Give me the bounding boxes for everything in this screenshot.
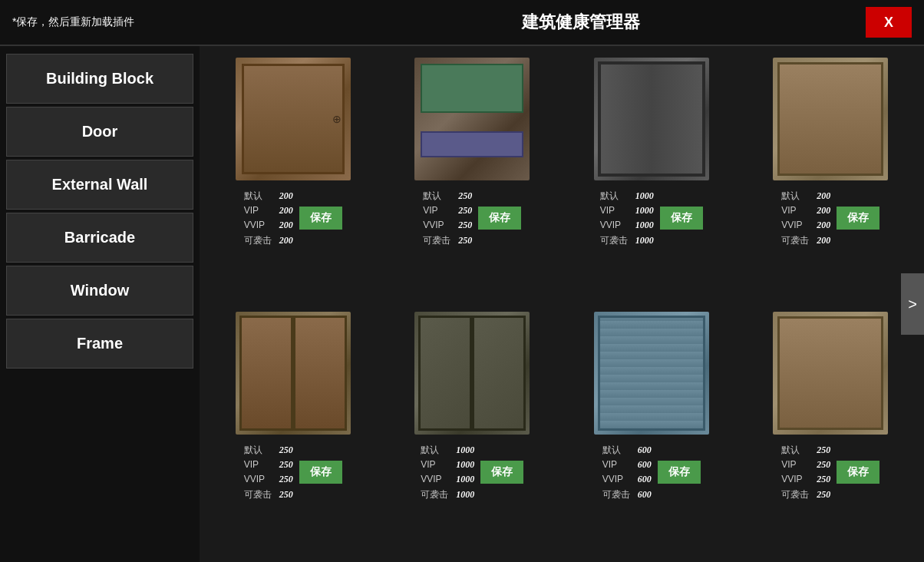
vvip-label-item6: VVIP bbox=[421, 472, 448, 487]
item-image-container-item1 bbox=[232, 54, 355, 184]
stats-table-item1: 默认 VIP VVIP 可袭击 200 200 200 200 bbox=[244, 189, 293, 248]
item-image-item4 bbox=[773, 58, 888, 180]
stats-with-btn-item6: 默认 VIP VVIP 可袭击 1000 1000 1000 1000 保存 bbox=[387, 443, 559, 502]
save-button-item7[interactable]: 保存 bbox=[658, 461, 701, 484]
default-val-item1: 200 bbox=[279, 189, 293, 203]
item-image-container-item5 bbox=[232, 308, 355, 438]
vvip-val-item3: 1000 bbox=[635, 218, 654, 233]
stats-table-item4: 默认 VIP VVIP 可袭击 200 200 200 200 bbox=[781, 189, 830, 248]
default-label-item2: 默认 bbox=[423, 189, 450, 203]
vip-label-item3: VIP bbox=[600, 203, 628, 218]
vvip-label-item3: VVIP bbox=[600, 218, 628, 233]
save-button-item8[interactable]: 保存 bbox=[837, 461, 879, 484]
default-val-item2: 250 bbox=[458, 189, 472, 203]
attack-label-item1: 可袭击 bbox=[244, 233, 272, 248]
item-image-item2 bbox=[414, 58, 530, 180]
item-image-container-item4 bbox=[769, 54, 892, 184]
next-page-button[interactable]: > bbox=[901, 273, 924, 335]
default-label-item7: 默认 bbox=[602, 443, 630, 458]
attack-label-item7: 可袭击 bbox=[602, 488, 630, 502]
attack-label-item6: 可袭击 bbox=[421, 488, 448, 502]
default-val-item6: 1000 bbox=[456, 443, 474, 458]
vvip-label-item1: VVIP bbox=[244, 218, 272, 233]
default-label-item6: 默认 bbox=[421, 443, 448, 458]
vip-label-item8: VIP bbox=[781, 458, 809, 472]
stats-with-btn-item7: 默认 VIP VVIP 可袭击 600 600 600 600 保存 bbox=[566, 443, 738, 502]
sidebar-item-window[interactable]: Window bbox=[6, 266, 193, 316]
stats-with-btn-item1: 默认 VIP VVIP 可袭击 200 200 200 200 保存 bbox=[207, 189, 379, 248]
vip-val-item7: 600 bbox=[638, 458, 652, 472]
stats-with-btn-item4: 默认 VIP VVIP 可袭击 200 200 200 200 保存 bbox=[745, 189, 917, 248]
vvip-val-item8: 250 bbox=[817, 472, 830, 487]
sidebar-item-external-wall[interactable]: External Wall bbox=[6, 160, 193, 210]
vip-label-item6: VIP bbox=[421, 458, 448, 472]
item-card-item2: 默认 VIP VVIP 可袭击 250 250 250 250 保存 bbox=[387, 54, 559, 300]
attack-label-item5: 可袭击 bbox=[244, 488, 272, 502]
vip-val-item3: 1000 bbox=[635, 203, 654, 218]
item-card-item8: 默认 VIP VVIP 可袭击 250 250 250 250 保存 bbox=[745, 308, 917, 554]
attack-val-item3: 1000 bbox=[635, 233, 654, 248]
default-val-item3: 1000 bbox=[635, 189, 654, 203]
vip-val-item5: 250 bbox=[279, 458, 293, 472]
vip-val-item1: 200 bbox=[279, 203, 293, 218]
default-label-item8: 默认 bbox=[781, 443, 809, 458]
stats-with-btn-item8: 默认 VIP VVIP 可袭击 250 250 250 250 保存 bbox=[745, 443, 917, 502]
item-image-item5 bbox=[236, 312, 351, 435]
stats-table-item2: 默认 VIP VVIP 可袭击 250 250 250 250 bbox=[423, 189, 472, 248]
save-button-item5[interactable]: 保存 bbox=[299, 461, 342, 484]
stats-with-btn-item5: 默认 VIP VVIP 可袭击 250 250 250 250 保存 bbox=[207, 443, 379, 502]
attack-val-item6: 1000 bbox=[456, 488, 474, 502]
save-button-item2[interactable]: 保存 bbox=[478, 207, 521, 230]
stats-values-item4: 200 200 200 200 bbox=[817, 189, 830, 248]
item-image-container-item8 bbox=[769, 308, 892, 438]
save-button-item1[interactable]: 保存 bbox=[299, 207, 342, 230]
title-bar: *保存，然后重新加载插件 建筑健康管理器 X bbox=[0, 0, 924, 46]
vvip-val-item5: 250 bbox=[279, 472, 293, 487]
item-image-item6 bbox=[414, 312, 530, 435]
vip-label-item7: VIP bbox=[602, 458, 630, 472]
vvip-label-item8: VVIP bbox=[781, 472, 809, 487]
attack-label-item2: 可袭击 bbox=[423, 233, 450, 248]
save-button-item3[interactable]: 保存 bbox=[660, 207, 703, 230]
item-image-item1 bbox=[236, 58, 351, 180]
stats-table-item8: 默认 VIP VVIP 可袭击 250 250 250 250 bbox=[781, 443, 830, 502]
vip-val-item8: 250 bbox=[817, 458, 830, 472]
sidebar-item-frame[interactable]: Frame bbox=[6, 319, 193, 369]
stats-values-item8: 250 250 250 250 bbox=[817, 443, 830, 502]
attack-val-item2: 250 bbox=[458, 233, 472, 248]
default-label-item4: 默认 bbox=[781, 189, 809, 203]
vvip-label-item4: VVIP bbox=[781, 218, 809, 233]
attack-val-item7: 600 bbox=[638, 488, 652, 502]
sidebar: Building Block Door External Wall Barric… bbox=[0, 46, 200, 562]
default-label-item1: 默认 bbox=[244, 189, 272, 203]
stats-values-item5: 250 250 250 250 bbox=[279, 443, 293, 502]
vvip-val-item1: 200 bbox=[279, 218, 293, 233]
default-val-item8: 250 bbox=[817, 443, 830, 458]
stats-table-item7: 默认 VIP VVIP 可袭击 600 600 600 600 bbox=[602, 443, 652, 502]
item-image-item8 bbox=[773, 312, 888, 435]
close-button[interactable]: X bbox=[866, 7, 912, 38]
stats-labels-item6: 默认 VIP VVIP 可袭击 bbox=[421, 443, 448, 502]
attack-val-item1: 200 bbox=[279, 233, 293, 248]
main-content: Building Block Door External Wall Barric… bbox=[0, 46, 924, 562]
save-button-item4[interactable]: 保存 bbox=[837, 207, 879, 230]
attack-label-item8: 可袭击 bbox=[781, 488, 809, 502]
save-button-item6[interactable]: 保存 bbox=[480, 461, 523, 484]
vip-label-item1: VIP bbox=[244, 203, 272, 218]
default-val-item4: 200 bbox=[817, 189, 830, 203]
stats-values-item2: 250 250 250 250 bbox=[458, 189, 472, 248]
app-window: *保存，然后重新加载插件 建筑健康管理器 X Building Block Do… bbox=[0, 0, 924, 562]
sidebar-item-barricade[interactable]: Barricade bbox=[6, 213, 193, 263]
default-label-item3: 默认 bbox=[600, 189, 628, 203]
item-image-container-item7 bbox=[590, 308, 713, 438]
sidebar-item-door[interactable]: Door bbox=[6, 107, 193, 157]
vvip-label-item5: VVIP bbox=[244, 472, 272, 487]
item-card-item5: 默认 VIP VVIP 可袭击 250 250 250 250 保存 bbox=[207, 308, 379, 554]
sidebar-item-building-block[interactable]: Building Block bbox=[6, 54, 193, 104]
items-grid: 默认 VIP VVIP 可袭击 200 200 200 200 保存 bbox=[207, 54, 916, 554]
vip-val-item6: 1000 bbox=[456, 458, 474, 472]
vvip-val-item2: 250 bbox=[458, 218, 472, 233]
default-val-item5: 250 bbox=[279, 443, 293, 458]
stats-labels-item2: 默认 VIP VVIP 可袭击 bbox=[423, 189, 450, 248]
item-image-item7 bbox=[594, 312, 709, 435]
